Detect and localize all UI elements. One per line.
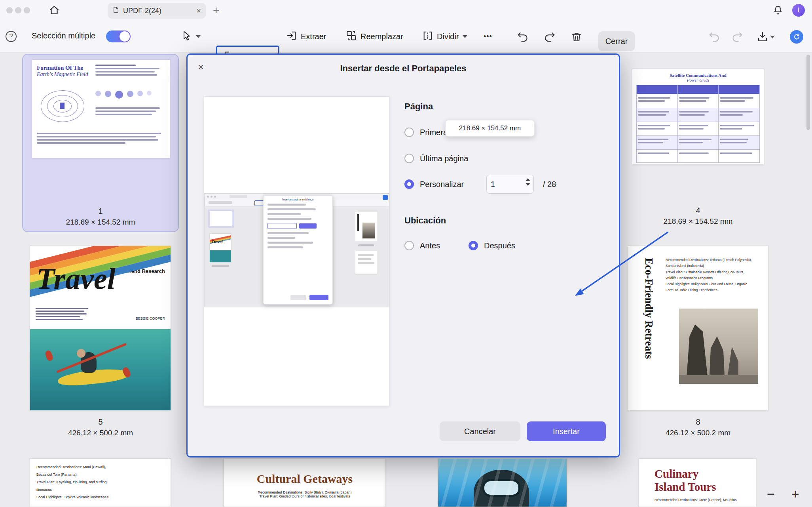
extract-icon: [286, 30, 297, 43]
page-card-5[interactable]: Trend Research Travel BESSIE COOPER: [22, 246, 179, 440]
page-stepper: [526, 178, 530, 186]
page-partial-cultural[interactable]: Cultural Getaways Recommended Destinatio…: [224, 458, 386, 507]
undo-icon[interactable]: [517, 31, 529, 44]
location-section-heading: Ubicación: [404, 215, 446, 226]
culinary-title-1: Culinary: [655, 467, 756, 480]
stepper-up-icon[interactable]: [526, 178, 530, 181]
more-options-icon[interactable]: •••: [484, 32, 492, 41]
clipboard-preview: Travel Insertar página en blanco: [204, 96, 390, 406]
before-label: Antes: [420, 241, 440, 250]
page-card-1[interactable]: Formation Of The Earth's Magnetic Field: [22, 54, 179, 232]
stepper-down-icon[interactable]: [526, 183, 530, 186]
zoom-out-button[interactable]: −: [767, 486, 775, 502]
page-8-text: Recommended Destinations: Tetiaroa (Fren…: [666, 257, 765, 294]
user-avatar[interactable]: I: [792, 4, 805, 17]
page-1-text-block-bottom: [37, 131, 163, 145]
replace-button[interactable]: Reemplazar: [346, 30, 403, 43]
radio-last-page[interactable]: Última página: [404, 154, 468, 163]
mini-thumb-extra: [355, 251, 377, 274]
help-icon[interactable]: ?: [6, 31, 17, 42]
extract-button[interactable]: Extraer: [286, 30, 326, 43]
last-page-label: Última página: [420, 154, 468, 163]
custom-label: Personalizar: [420, 180, 464, 189]
redo-disabled-icon[interactable]: [731, 31, 743, 44]
page-1-thumbnail[interactable]: Formation Of The Earth's Magnetic Field: [32, 59, 170, 158]
traffic-light-zoom[interactable]: [24, 7, 30, 13]
page-partial-culinary[interactable]: Culinary Island Tours Recommended Destin…: [638, 458, 756, 507]
page-5-title: Travel: [36, 263, 171, 294]
save-icon: [757, 31, 768, 43]
page-4-thumbnail[interactable]: Satellite Communications And Power Grids: [632, 69, 764, 165]
radio-after[interactable]: Después: [469, 241, 515, 250]
ai-assistant-icon[interactable]: [790, 30, 803, 44]
cursor-icon: [181, 30, 192, 43]
page-5-size: 426.12 × 500.2 mm: [22, 429, 179, 437]
multi-select-label: Selección múltiple: [32, 31, 95, 40]
page-card-4[interactable]: Satellite Communications And Power Grids: [624, 55, 772, 232]
page-1-size: 218.69 × 154.52 mm: [23, 218, 178, 227]
divide-button[interactable]: Dividir: [422, 30, 467, 43]
culinary-title-2: Island Tours: [655, 480, 756, 494]
vertical-scrollbar[interactable]: [806, 55, 810, 130]
radio-circle[interactable]: [404, 128, 414, 137]
help-glyph: ?: [9, 32, 13, 40]
clipboard-screenshot: Travel Insertar página en blanco: [204, 193, 389, 307]
chevron-down-icon: [770, 36, 775, 38]
notifications-bell-icon[interactable]: [772, 4, 784, 17]
select-tool-button[interactable]: [181, 30, 201, 43]
mini-label-line-2: [358, 244, 374, 246]
tab-close-icon[interactable]: ×: [196, 6, 201, 15]
size-tooltip-text: 218.69 × 154.52 mm: [459, 124, 521, 132]
radio-circle-selected[interactable]: [404, 179, 414, 189]
radio-before[interactable]: Antes: [404, 241, 440, 250]
close-mode-button[interactable]: Cerrar: [598, 31, 635, 51]
mini-corner-badge: [383, 195, 388, 200]
page-section-heading: Página: [404, 101, 433, 112]
cancel-button[interactable]: Cancelar: [440, 421, 520, 441]
delete-trash-icon[interactable]: [571, 31, 582, 44]
traffic-light-close[interactable]: [6, 7, 13, 13]
home-icon[interactable]: [48, 4, 60, 18]
undo-disabled-icon[interactable]: [708, 31, 720, 44]
window-titlebar: UPDF-2(24) × + I: [0, 0, 812, 21]
page-4-table: [636, 85, 760, 163]
page-5-thumbnail[interactable]: Trend Research Travel BESSIE COOPER: [30, 246, 171, 411]
page-partial-underwater[interactable]: [438, 458, 567, 507]
new-tab-button[interactable]: +: [213, 4, 219, 17]
page-card-8[interactable]: Eco-Friendly Retreats Recommended Destin…: [624, 246, 772, 440]
radio-circle-selected[interactable]: [469, 241, 478, 250]
magnetic-field-diagram: [41, 88, 84, 124]
insert-confirm-button[interactable]: Insertar: [527, 421, 606, 441]
radio-custom-page[interactable]: Personalizar: [404, 179, 464, 189]
size-tooltip: 218.69 × 154.52 mm: [445, 120, 535, 137]
save-button[interactable]: [757, 31, 775, 43]
page-5-author: BESSIE COOPER: [136, 316, 165, 320]
divide-label: Dividir: [437, 32, 459, 41]
page-partial-itinerary[interactable]: Recommended Destinations: Maui (Hawaii),…: [30, 458, 171, 507]
page-8-size: 426.12 × 500.2 mm: [624, 429, 772, 437]
zoom-in-button[interactable]: +: [791, 486, 799, 502]
radio-circle[interactable]: [404, 241, 414, 250]
multi-select-toggle[interactable]: [106, 30, 131, 42]
mini-label-line: [212, 265, 229, 267]
page-4-title-1: Satellite Communications And: [636, 73, 760, 78]
replace-icon: [346, 30, 357, 43]
page-4-size: 218.69 × 154.52 mm: [624, 217, 772, 226]
redo-icon[interactable]: [544, 31, 556, 44]
page-8-number: 8: [624, 417, 772, 427]
page-5-number: 5: [22, 417, 179, 427]
document-icon: [112, 6, 120, 15]
document-tab[interactable]: UPDF-2(24) ×: [108, 3, 206, 19]
divide-icon: [422, 30, 433, 43]
cultural-title: Cultural Getaways: [224, 472, 385, 486]
light-rays: [438, 459, 567, 507]
radio-circle[interactable]: [404, 154, 414, 163]
mini-thumb-travel: Travel: [209, 233, 231, 263]
page-1-text-block-mid: [95, 106, 163, 117]
page-number-input[interactable]: 1: [486, 175, 534, 194]
page-8-title: Eco-Friendly Retreats: [643, 258, 655, 359]
page-4-title-2: Power Grids: [636, 78, 760, 82]
page-8-thumbnail[interactable]: Eco-Friendly Retreats Recommended Destin…: [627, 246, 768, 411]
page-total-label: / 28: [543, 180, 556, 189]
traffic-light-minimize[interactable]: [15, 7, 21, 13]
